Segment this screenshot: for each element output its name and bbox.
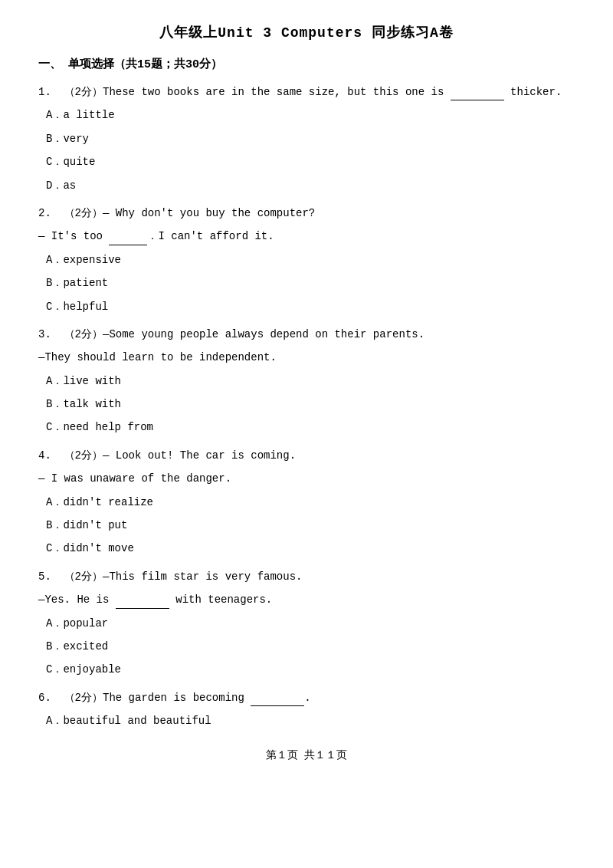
- q3-optionB: B．talk with: [38, 396, 575, 413]
- section1-header: 一、 单项选择（共15题；共30分）: [38, 57, 575, 71]
- question-5: 5. （2分）—This film star is very famous. —…: [38, 568, 575, 679]
- q5-number: 5.: [38, 570, 64, 583]
- q1-optionC: C．quite: [38, 153, 575, 170]
- q4-optionB: B．didn't put: [38, 517, 575, 534]
- q6-body: （2分）The garden is becoming .: [64, 692, 311, 704]
- question-6-text: 6. （2分）The garden is becoming .: [38, 689, 575, 706]
- q4-body: （2分）— Look out! The car is coming.: [64, 449, 296, 462]
- question-1-text: 1. （2分）These two books are in the same s…: [38, 84, 575, 100]
- q1-optionB: B．very: [38, 130, 575, 147]
- q5-body: （2分）—This film star is very famous.: [64, 570, 303, 583]
- q5-optionA: A．popular: [38, 615, 575, 632]
- q3-optionC: C．need help from: [38, 419, 575, 436]
- page-title: 八年级上Unit 3 Computers 同步练习A卷: [38, 23, 575, 41]
- q1-optionA: A．a little: [38, 107, 575, 123]
- q6-number: 6.: [38, 692, 64, 704]
- q4-optionA: A．didn't realize: [38, 494, 575, 511]
- question-2-text: 2. （2分）— Why don't you buy the computer?: [38, 205, 575, 222]
- q2-optionB: B．patient: [38, 275, 575, 291]
- q4-number: 4.: [38, 449, 64, 462]
- page-footer: 第１页 共１１页: [38, 748, 575, 762]
- q5-optionB: B．excited: [38, 638, 575, 655]
- question-5-text: 5. （2分）—This film star is very famous.: [38, 568, 575, 585]
- question-3-text2: —They should learn to be independent.: [38, 349, 575, 366]
- q1-body: （2分）These two books are in the same size…: [64, 86, 562, 98]
- q2-body: （2分）— Why don't you buy the computer?: [64, 207, 316, 219]
- q3-number: 3.: [38, 328, 64, 340]
- q2-optionA: A．expensive: [38, 252, 575, 268]
- question-4-text2: — I was unaware of the danger.: [38, 470, 575, 487]
- question-3: 3. （2分）—Some young people always depend …: [38, 326, 575, 436]
- q3-body: （2分）—Some young people always depend on …: [64, 328, 425, 340]
- question-4: 4. （2分）— Look out! The car is coming. — …: [38, 447, 575, 557]
- question-6: 6. （2分）The garden is becoming . A．beauti…: [38, 689, 575, 730]
- q2-number: 2.: [38, 207, 64, 219]
- q1-optionD: D．as: [38, 177, 575, 194]
- q5-optionC: C．enjoyable: [38, 661, 575, 678]
- q1-number: 1.: [38, 86, 64, 98]
- question-2: 2. （2分）— Why don't you buy the computer?…: [38, 205, 575, 315]
- question-3-text: 3. （2分）—Some young people always depend …: [38, 326, 575, 343]
- q4-optionC: C．didn't move: [38, 540, 575, 557]
- q2-optionC: C．helpful: [38, 298, 575, 315]
- question-1: 1. （2分）These two books are in the same s…: [38, 84, 575, 194]
- question-5-text2: —Yes. He is with teenagers.: [38, 591, 575, 608]
- question-4-text: 4. （2分）— Look out! The car is coming.: [38, 447, 575, 464]
- question-2-text2: — It's too ．I can't afford it.: [38, 228, 575, 245]
- q3-optionA: A．live with: [38, 373, 575, 390]
- q6-optionA: A．beautiful and beautiful: [38, 712, 575, 729]
